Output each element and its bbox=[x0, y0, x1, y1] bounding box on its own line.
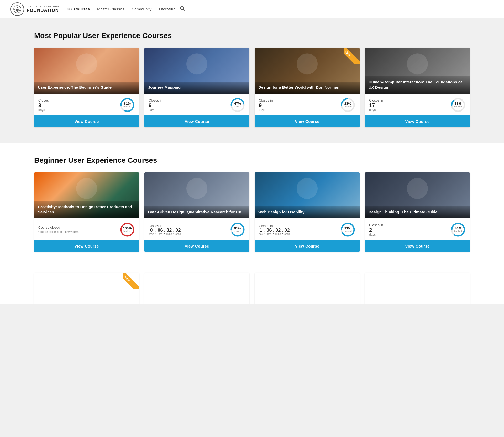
partial-section bbox=[0, 268, 504, 304]
card-closes-in-label-don-norman: Closes in bbox=[259, 98, 337, 102]
card-closes-in-label-journey-mapping: Closes in bbox=[149, 98, 227, 102]
nav-link-master-classes[interactable]: Master Classes bbox=[97, 7, 124, 11]
card-title-don-norman: Design for a Better World with Don Norma… bbox=[255, 82, 360, 94]
donut-pct-hci: 13% bbox=[454, 102, 462, 106]
view-course-btn-don-norman[interactable]: View Course bbox=[255, 115, 360, 127]
card-body-creativity: Course closedCourse reopens in a few wee… bbox=[34, 218, 139, 240]
nav-item-literature[interactable]: Literature bbox=[159, 7, 175, 12]
donut-chart-hci: 13%booked bbox=[450, 97, 466, 113]
view-course-btn-creativity[interactable]: View Course bbox=[34, 240, 139, 252]
beginner-section-title: Beginner User Experience Courses bbox=[34, 156, 470, 165]
svg-point-4 bbox=[76, 53, 97, 74]
countdown-unit-2: 32mins bbox=[166, 228, 172, 235]
donut-chart-don-norman: 23%booked bbox=[340, 97, 355, 113]
logo[interactable]: INTERACTION DESIGN FOUNDATION bbox=[10, 2, 60, 16]
donut-booked-design-thinking: booked bbox=[454, 230, 462, 233]
donut-pct-design-thinking: 84% bbox=[454, 227, 462, 230]
search-icon[interactable] bbox=[180, 6, 185, 12]
donut-booked-ux-beginner: booked bbox=[123, 106, 131, 108]
donut-chart-creativity: 100%booked bbox=[120, 222, 135, 237]
donut-pct-journey-mapping: 47% bbox=[234, 102, 242, 106]
donut-label-design-thinking: 84%booked bbox=[454, 227, 462, 233]
card-days-value-hci: 17 bbox=[369, 102, 447, 108]
donut-booked-data-driven: booked bbox=[234, 230, 242, 233]
svg-point-22 bbox=[297, 178, 318, 199]
partial-grid bbox=[34, 273, 470, 304]
donut-label-ux-beginner: 81%booked bbox=[123, 102, 131, 108]
popular-section: Most Popular User Experience Courses Use… bbox=[0, 18, 504, 143]
countdown-unit-0: 0days bbox=[149, 228, 154, 235]
countdown-unit-3: 02secs bbox=[175, 228, 181, 235]
nav-item-master-classes[interactable]: Master Classes bbox=[97, 7, 124, 12]
donut-booked-journey-mapping: booked bbox=[234, 106, 242, 108]
card-image-web-design-usability: Web Design for Usability bbox=[255, 172, 360, 218]
card-title-design-thinking: Design Thinking: The Ultimate Guide bbox=[365, 206, 470, 218]
card-days-label-don-norman: days bbox=[259, 108, 337, 112]
course-card-design-thinking: Design Thinking: The Ultimate GuideClose… bbox=[365, 172, 470, 252]
popular-card-grid: User Experience: The Beginner's GuideClo… bbox=[34, 48, 470, 127]
donut-pct-web-design-usability: 91% bbox=[344, 227, 352, 230]
view-course-btn-design-thinking[interactable]: View Course bbox=[365, 240, 470, 252]
card-status-text-web-design-usability: Closes in1day:06hrs:32mins:02secs bbox=[259, 224, 337, 235]
card-image-ux-beginner: User Experience: The Beginner's Guide bbox=[34, 48, 139, 94]
course-card-journey-mapping: Journey MappingCloses in6days 47%bookedV… bbox=[144, 48, 249, 127]
donut-pct-don-norman: 23% bbox=[344, 102, 352, 106]
countdown-sep-2: : bbox=[282, 230, 283, 235]
donut-chart-journey-mapping: 47%booked bbox=[230, 97, 245, 113]
donut-pct-ux-beginner: 81% bbox=[123, 102, 131, 106]
view-course-btn-web-design-usability[interactable]: View Course bbox=[255, 240, 360, 252]
nav-item-community[interactable]: Community bbox=[132, 7, 151, 12]
course-card-creativity: Creativity: Methods to Design Better Pro… bbox=[34, 172, 139, 252]
countdown-sep-0: : bbox=[155, 230, 156, 235]
card-status-text-design-thinking: Closes in2days bbox=[369, 223, 447, 236]
donut-label-data-driven: 91%booked bbox=[234, 227, 242, 233]
countdown-unit-1: 06hrs bbox=[158, 228, 163, 235]
countdown-sep-2: : bbox=[173, 230, 174, 235]
partial-card-1 bbox=[144, 273, 249, 304]
logo-text: INTERACTION DESIGN FOUNDATION bbox=[27, 5, 60, 13]
card-closes-in-label-design-thinking: Closes in bbox=[369, 223, 447, 227]
view-course-btn-ux-beginner[interactable]: View Course bbox=[34, 115, 139, 127]
card-status-text-don-norman: Closes in9days bbox=[259, 98, 337, 112]
donut-chart-data-driven: 91%booked bbox=[230, 222, 245, 237]
donut-pct-creativity: 100% bbox=[123, 227, 132, 230]
card-status-text-creativity: Course closedCourse reopens in a few wee… bbox=[38, 225, 117, 234]
badge-new-don-norman bbox=[344, 48, 360, 64]
beginner-section: Beginner User Experience Courses Creativ… bbox=[0, 143, 504, 268]
course-card-don-norman: Design for a Better World with Don Norma… bbox=[255, 48, 360, 127]
card-title-journey-mapping: Journey Mapping bbox=[144, 82, 249, 94]
card-image-hci: Human-Computer Interaction: The Foundati… bbox=[365, 48, 470, 94]
card-status-text-journey-mapping: Closes in6days bbox=[149, 98, 227, 112]
countdown-sep-1: : bbox=[273, 230, 274, 235]
card-days-label-journey-mapping: days bbox=[149, 108, 227, 112]
card-days-value-design-thinking: 2 bbox=[369, 227, 447, 233]
donut-booked-hci: booked bbox=[454, 106, 462, 108]
donut-label-hci: 13%booked bbox=[454, 102, 462, 108]
card-closed-sublabel-creativity: Course reopens in a few weeks bbox=[38, 230, 117, 234]
donut-chart-design-thinking: 84%booked bbox=[450, 222, 466, 237]
card-body-hci: Closes in17days 13%booked bbox=[365, 94, 470, 115]
nav-link-ux-courses[interactable]: UX Courses bbox=[67, 7, 90, 11]
card-closes-label-data-driven: Closes in bbox=[149, 224, 227, 228]
donut-booked-web-design-usability: booked bbox=[344, 230, 352, 233]
view-course-btn-hci[interactable]: View Course bbox=[365, 115, 470, 127]
card-image-journey-mapping: Journey Mapping bbox=[144, 48, 249, 94]
card-closes-label-web-design-usability: Closes in bbox=[259, 224, 337, 228]
nav-item-ux-courses[interactable]: UX Courses bbox=[67, 7, 90, 12]
partial-card-2 bbox=[255, 273, 360, 304]
card-body-data-driven: Closes in0days:06hrs:32mins:02secs 91%bo… bbox=[144, 218, 249, 240]
card-title-creativity: Creativity: Methods to Design Better Pro… bbox=[34, 201, 139, 219]
card-image-data-driven: Data-Driven Design: Quantitative Researc… bbox=[144, 172, 249, 218]
nav-link-community[interactable]: Community bbox=[132, 7, 151, 11]
svg-point-10 bbox=[297, 53, 318, 74]
card-status-text-ux-beginner: Closes in3days bbox=[38, 98, 117, 112]
partial-card-3 bbox=[365, 273, 470, 304]
nav-link-literature[interactable]: Literature bbox=[159, 7, 175, 11]
view-course-btn-data-driven[interactable]: View Course bbox=[144, 240, 249, 252]
view-course-btn-journey-mapping[interactable]: View Course bbox=[144, 115, 249, 127]
donut-label-don-norman: 23%booked bbox=[344, 102, 352, 108]
card-closes-in-label-ux-beginner: Closes in bbox=[38, 98, 117, 102]
card-body-design-thinking: Closes in2days 84%booked bbox=[365, 218, 470, 240]
svg-point-19 bbox=[186, 178, 207, 199]
logo-top-text: INTERACTION DESIGN bbox=[27, 5, 60, 8]
